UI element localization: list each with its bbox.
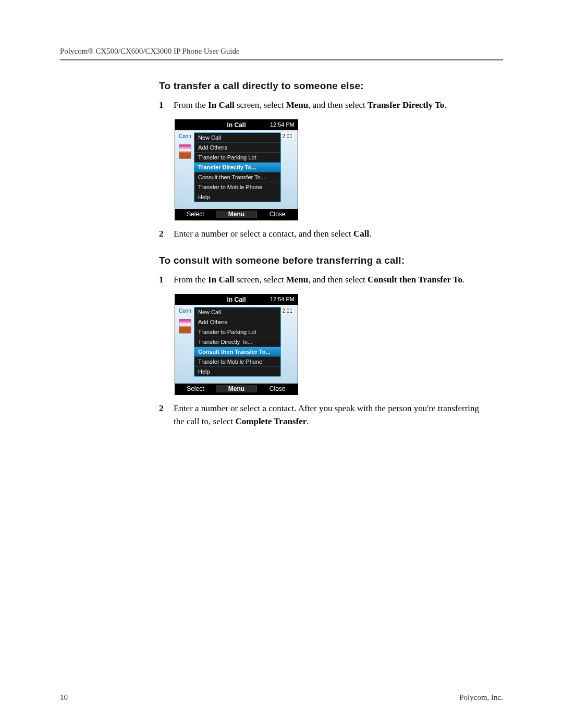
step-2: 2 Enter a number or select a contact, an… bbox=[159, 228, 482, 241]
menu-item-transfer-mobile[interactable]: Transfer to Mobile Phone bbox=[194, 357, 280, 367]
section-heading-consult-transfer: To consult with someone before transferr… bbox=[159, 255, 482, 266]
text: Enter a number or select a contact, and … bbox=[174, 229, 353, 239]
text-bold: In Call bbox=[208, 275, 235, 285]
text-bold: Call bbox=[353, 229, 369, 239]
steps-list-2b: 2 Enter a number or select a contact. Af… bbox=[159, 402, 482, 428]
menu-item-transfer-mobile[interactable]: Transfer to Mobile Phone bbox=[194, 182, 280, 192]
call-status-label: Conn bbox=[179, 308, 193, 314]
phone-titlebar: In Call 12:54 PM bbox=[175, 120, 298, 130]
menu-item-new-call[interactable]: New Call bbox=[194, 307, 280, 317]
menu-item-add-others[interactable]: Add Others bbox=[194, 317, 280, 327]
menu-item-consult-transfer[interactable]: Consult then Transfer To... bbox=[194, 347, 280, 357]
step-body: Enter a number or select a contact. Afte… bbox=[174, 402, 482, 428]
softkey-menu[interactable]: Menu bbox=[216, 211, 258, 218]
softkey-close[interactable]: Close bbox=[257, 211, 298, 218]
step-number: 1 bbox=[159, 99, 174, 112]
text: From the bbox=[174, 275, 208, 285]
contact-avatar bbox=[179, 144, 191, 159]
call-duration: 2:01 bbox=[281, 133, 294, 139]
menu-item-transfer-parking[interactable]: Transfer to Parking Lot bbox=[194, 153, 280, 163]
menu-item-help[interactable]: Help bbox=[194, 367, 280, 376]
page-header: Polycom® CX500/CX600/CX3000 IP Phone Use… bbox=[60, 47, 503, 60]
text: , and then select bbox=[308, 275, 368, 285]
step-number: 1 bbox=[159, 274, 174, 287]
call-duration: 2:01 bbox=[281, 308, 294, 314]
softkey-menu[interactable]: Menu bbox=[216, 385, 258, 392]
phone-menu-popup: New Call Add Others Transfer to Parking … bbox=[194, 307, 281, 377]
text-bold: Transfer Directly To bbox=[368, 100, 444, 110]
phone-frame: In Call 12:54 PM Conn 2:01 New Call Add … bbox=[175, 294, 298, 395]
footer-company: Polycom, Inc. bbox=[459, 693, 503, 702]
phone-clock: 12:54 PM bbox=[270, 296, 295, 302]
text: . bbox=[307, 416, 309, 426]
text: . bbox=[462, 275, 464, 285]
section-heading-transfer-directly: To transfer a call directly to someone e… bbox=[159, 80, 482, 92]
contact-avatar bbox=[179, 319, 191, 334]
document-page: Polycom® CX500/CX600/CX3000 IP Phone Use… bbox=[0, 0, 563, 728]
phone-titlebar: In Call 12:54 PM bbox=[175, 294, 298, 305]
text-bold: Menu bbox=[286, 100, 309, 110]
text: screen, select bbox=[235, 275, 286, 285]
steps-list-1: 1 From the In Call screen, select Menu, … bbox=[159, 99, 482, 112]
phone-clock: 12:54 PM bbox=[270, 121, 295, 128]
text-bold: Consult then Transfer To bbox=[368, 275, 462, 285]
menu-item-consult-transfer[interactable]: Consult then Transfer To... bbox=[194, 172, 280, 182]
step-number: 2 bbox=[159, 228, 174, 241]
phone-softkeys: Select Menu Close bbox=[175, 209, 298, 220]
step-body: From the In Call screen, select Menu, an… bbox=[174, 99, 482, 112]
softkey-close[interactable]: Close bbox=[257, 385, 298, 392]
step-body: From the In Call screen, select Menu, an… bbox=[174, 274, 482, 287]
phone-title: In Call bbox=[227, 296, 246, 303]
phone-screenshot-1: In Call 12:54 PM Conn 2:01 New Call Add … bbox=[175, 119, 482, 220]
phone-screenshot-2: In Call 12:54 PM Conn 2:01 New Call Add … bbox=[175, 294, 482, 395]
text: . bbox=[369, 229, 371, 239]
step-2: 2 Enter a number or select a contact. Af… bbox=[159, 402, 482, 428]
menu-item-add-others[interactable]: Add Others bbox=[194, 143, 280, 153]
body-content: To transfer a call directly to someone e… bbox=[60, 60, 482, 428]
steps-list-2: 1 From the In Call screen, select Menu, … bbox=[159, 274, 482, 287]
menu-item-help[interactable]: Help bbox=[194, 192, 280, 202]
softkey-select[interactable]: Select bbox=[175, 211, 216, 218]
text: , and then select bbox=[308, 100, 368, 110]
step-1: 1 From the In Call screen, select Menu, … bbox=[159, 99, 482, 112]
phone-title: In Call bbox=[227, 121, 246, 129]
phone-softkeys: Select Menu Close bbox=[175, 384, 298, 394]
step-number: 2 bbox=[159, 402, 174, 428]
softkey-select[interactable]: Select bbox=[175, 385, 216, 392]
text: . bbox=[444, 100, 446, 110]
phone-menu-popup: New Call Add Others Transfer to Parking … bbox=[194, 132, 281, 202]
menu-item-new-call[interactable]: New Call bbox=[194, 133, 280, 143]
text-bold: In Call bbox=[208, 100, 235, 110]
phone-screen: Conn 2:01 New Call Add Others Transfer t… bbox=[175, 305, 298, 384]
step-body: Enter a number or select a contact, and … bbox=[174, 228, 482, 241]
call-status-label: Conn bbox=[179, 133, 193, 139]
text-bold: Complete Transfer bbox=[235, 416, 307, 426]
phone-frame: In Call 12:54 PM Conn 2:01 New Call Add … bbox=[175, 119, 298, 220]
menu-item-transfer-directly[interactable]: Transfer Directly To... bbox=[194, 163, 280, 172]
page-footer: 10 Polycom, Inc. bbox=[60, 693, 503, 702]
text: From the bbox=[174, 100, 208, 110]
steps-list-1b: 2 Enter a number or select a contact, an… bbox=[159, 228, 482, 241]
menu-item-transfer-parking[interactable]: Transfer to Parking Lot bbox=[194, 327, 280, 337]
page-number: 10 bbox=[60, 693, 68, 702]
step-1: 1 From the In Call screen, select Menu, … bbox=[159, 274, 482, 287]
text-bold: Menu bbox=[286, 275, 309, 285]
menu-item-transfer-directly[interactable]: Transfer Directly To... bbox=[194, 337, 280, 347]
text: screen, select bbox=[235, 100, 286, 110]
text: Enter a number or select a contact. Afte… bbox=[174, 403, 479, 426]
phone-screen: Conn 2:01 New Call Add Others Transfer t… bbox=[175, 130, 298, 209]
